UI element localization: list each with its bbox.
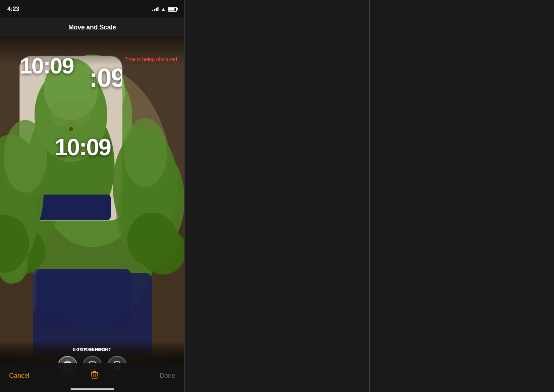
card-time-1: 10:09 <box>20 53 74 79</box>
cancel-btn-3[interactable]: Cancel <box>9 372 29 380</box>
svg-point-99 <box>124 118 167 187</box>
svg-point-97 <box>127 213 178 267</box>
time-warning-3: Time is being obscured <box>125 56 177 62</box>
content-3: :09 TOP BEHIND <box>0 36 184 392</box>
signal-icon-3 <box>152 7 158 11</box>
hulk-outside-3 <box>0 55 185 327</box>
status-icons-3: ▲ <box>152 6 177 12</box>
divider-2 <box>369 0 370 392</box>
home-indicator-3 <box>71 388 114 390</box>
status-bar-3: 4:23 ▲ <box>0 0 184 18</box>
divider-1 <box>185 0 185 392</box>
action-bar-3: Cancel Done <box>0 363 184 392</box>
trash-icon-3 <box>91 370 99 379</box>
layer-label-3: TOP BEHIND <box>77 347 107 352</box>
battery-icon-3 <box>168 7 177 12</box>
card-time-3: :09 <box>89 63 122 93</box>
card-time-2: 10:09 <box>55 134 111 161</box>
svg-rect-100 <box>36 269 131 327</box>
header-3: Move and Scale <box>0 18 184 36</box>
svg-point-98 <box>4 120 47 193</box>
wifi-icon-3: ▲ <box>161 6 166 12</box>
done-btn-3[interactable]: Done <box>160 372 175 380</box>
delete-btn-3[interactable] <box>91 370 99 381</box>
title-3: Move and Scale <box>68 24 116 31</box>
status-time-3: 4:23 <box>7 5 19 13</box>
